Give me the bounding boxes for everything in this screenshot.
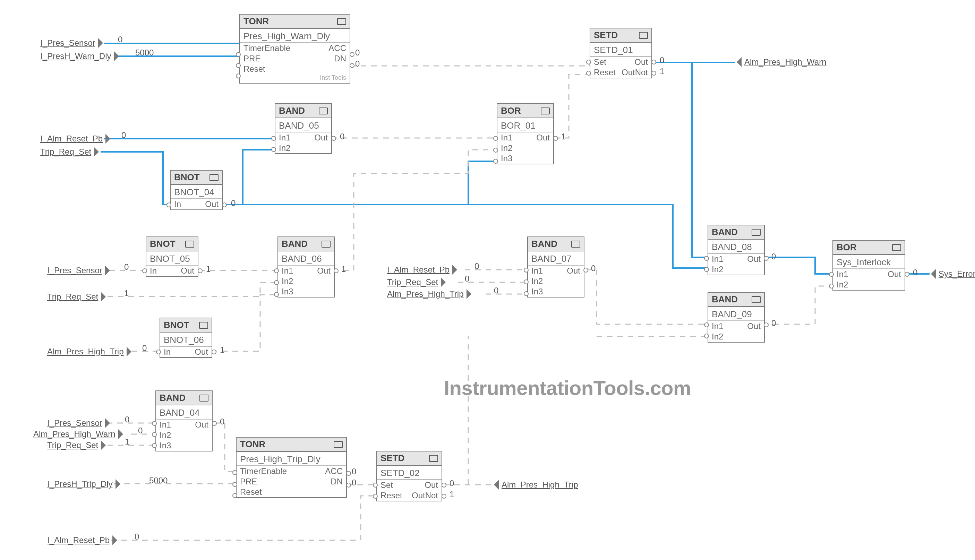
tag-trip-req-set-1: Trip_Req_Set — [38, 147, 93, 157]
block-title: TONR — [243, 16, 269, 27]
block-instance-name: BAND_08 — [708, 240, 764, 254]
port-label: In1 — [837, 270, 848, 279]
port-label: In2 — [501, 143, 512, 153]
pin-dot — [524, 268, 528, 273]
tag-i-alm-reset-pb-1: I_Alm_Reset_Pb — [38, 134, 105, 143]
tag-alm-pres-high-trip-in: Alm_Pres_High_Trip — [45, 347, 126, 357]
pin-dot — [222, 203, 227, 207]
block-setd-02[interactable]: SETD SETD_02 SetOut ResetOutNot — [376, 451, 442, 502]
block-instance-name: BNOT_06 — [160, 333, 212, 347]
block-instance-name: SETD_02 — [377, 466, 442, 480]
val-alm-pres-high-warn-in: 0 — [138, 426, 143, 435]
monitor-icon — [185, 241, 194, 248]
port-label: OutNot — [412, 491, 438, 500]
monitor-icon — [322, 241, 330, 248]
val-trip-req-set-3: 0 — [465, 274, 469, 283]
pin-dot — [764, 256, 768, 261]
val-tonr2-dn: 0 — [352, 478, 356, 488]
port-label: PRE — [240, 477, 257, 487]
val-setd02-outnot: 1 — [450, 490, 454, 499]
pin-dot — [704, 267, 709, 272]
port-label: Set — [594, 57, 606, 67]
tag-sys-error-out: Sys_Error — [937, 269, 975, 279]
block-tonr-pres-high-trip-dly[interactable]: TONR Pres_High_Trip_Dly TimerEnableACC P… — [236, 437, 347, 498]
port-label: In — [150, 266, 157, 276]
pin-dot — [553, 136, 558, 141]
block-band-07[interactable]: BAND BAND_07 In1Out In2 In3 — [527, 237, 585, 298]
monitor-icon — [752, 229, 761, 236]
pin-dot — [524, 291, 528, 296]
block-title: BOR — [837, 242, 857, 253]
block-title: BAND — [712, 294, 738, 305]
port-label: In3 — [501, 153, 512, 163]
monitor-icon — [892, 244, 901, 251]
port-label: Reset — [594, 68, 616, 77]
pin-dot — [334, 268, 338, 273]
val-i-alm-reset-pb-3: 0 — [135, 532, 139, 542]
monitor-icon — [200, 395, 208, 402]
pin-dot — [905, 272, 910, 277]
val-i-alm-reset-pb-2: 0 — [475, 262, 479, 271]
val-bnot06-out: 1 — [220, 345, 224, 355]
val-i-pres-sensor-3: 0 — [125, 415, 129, 424]
tag-alm-pres-high-warn-out: Alm_Pres_High_Warn — [742, 57, 828, 67]
port-label: TimerEnable — [240, 467, 287, 476]
block-instance-name: BOR_01 — [497, 118, 553, 132]
pin-dot — [586, 60, 591, 65]
block-title: BAND — [160, 393, 185, 403]
block-title: TONR — [240, 439, 265, 450]
pin-dot — [652, 60, 656, 65]
watermark: InstrumentationTools.com — [444, 376, 691, 400]
port-label: In — [164, 347, 171, 357]
pin-dot — [704, 333, 709, 338]
pin-dot — [167, 203, 171, 207]
port-label: Out — [195, 347, 208, 357]
val-alm-pres-high-trip-2: 0 — [494, 286, 498, 295]
pin-dot — [271, 147, 276, 152]
port-label: Out — [536, 133, 550, 143]
block-instance-name: BAND_07 — [528, 252, 584, 266]
monitor-icon — [210, 174, 218, 181]
tag-i-alm-reset-pb-2: I_Alm_Reset_Pb — [385, 265, 452, 275]
block-band-08[interactable]: BAND BAND_08 In1Out In2 — [708, 225, 765, 275]
block-instance-name: BNOT_04 — [171, 185, 222, 199]
val-trip-req-set-4: 1 — [125, 437, 129, 447]
pin-dot — [198, 268, 203, 273]
block-bor-01[interactable]: BOR BOR_01 In1Out In2 In3 — [497, 103, 554, 164]
block-bnot-05[interactable]: BNOT BNOT_05 InOut — [146, 237, 198, 277]
pin-dot — [232, 482, 237, 487]
block-title: SETD — [594, 30, 618, 40]
port-label: Out — [747, 254, 761, 264]
pin-dot — [829, 283, 834, 288]
port-label: In1 — [160, 420, 171, 430]
pin-dot — [373, 494, 378, 498]
tag-trip-req-set-2: Trip_Req_Set — [45, 292, 100, 302]
block-setd-01[interactable]: SETD SETD_01 SetOut ResetOutNot — [590, 28, 652, 78]
monitor-icon — [334, 441, 343, 448]
port-label: In2 — [279, 143, 290, 153]
block-bnot-06[interactable]: BNOT BNOT_06 InOut — [160, 318, 212, 358]
monitor-icon — [199, 322, 208, 329]
block-bor-sys-interlock[interactable]: BOR Sys_Interlock In1Out In2 — [832, 240, 905, 290]
block-title: BAND — [279, 105, 305, 116]
block-title: BNOT — [174, 172, 200, 183]
block-band-05[interactable]: BAND BAND_05 In1Out In2 — [275, 103, 332, 154]
block-band-09[interactable]: BAND BAND_09 In1Out In2 — [708, 292, 765, 343]
pin-dot — [493, 148, 498, 153]
monitor-icon — [571, 241, 580, 248]
val-i-presh-trip-dly: 5000 — [149, 476, 168, 485]
port-label: In — [174, 199, 181, 209]
val-setd01-out: 0 — [660, 55, 664, 65]
block-tonr-pres-high-warn-dly[interactable]: TONR Pres_High_Warn_Dly TimerEnableACC P… — [239, 14, 350, 83]
block-bnot-04[interactable]: BNOT BNOT_04 InOut — [170, 170, 223, 210]
block-band-06[interactable]: BAND BAND_06 In1Out In2 In3 — [277, 237, 335, 298]
pin-dot — [232, 493, 237, 498]
block-band-04[interactable]: BAND BAND_04 In1Out In2 In3 — [155, 390, 213, 452]
block-title: BAND — [282, 238, 308, 249]
block-instance-name: BNOT_05 — [147, 252, 198, 266]
port-label: Out — [314, 133, 328, 143]
pin-dot — [583, 268, 588, 273]
port-label: Out — [888, 270, 901, 279]
tag-i-pres-sensor-1: I_Pres_Sensor — [38, 38, 97, 48]
pin-dot — [442, 483, 447, 488]
